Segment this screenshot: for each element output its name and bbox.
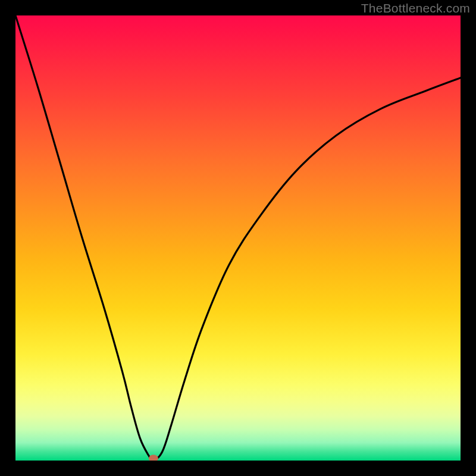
- chart-frame: TheBottleneck.com: [0, 0, 476, 476]
- chart-svg: [15, 15, 461, 461]
- bottleneck-curve-path: [15, 15, 461, 461]
- minimum-marker: [149, 455, 158, 461]
- watermark-text: TheBottleneck.com: [361, 1, 470, 15]
- plot-area: [15, 15, 461, 461]
